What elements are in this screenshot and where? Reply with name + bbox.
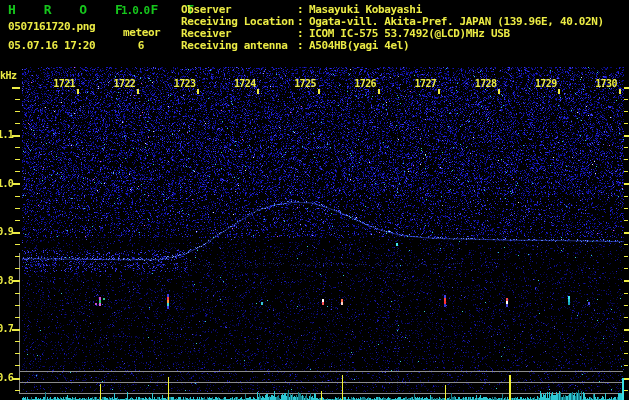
freq-tick-label: 0.6: [0, 372, 13, 383]
freq-tick-label: 1.1: [0, 129, 13, 140]
time-tick-label: 1722: [109, 78, 139, 89]
app-version: 1.0.0: [121, 4, 149, 17]
antenna-value: A504HB(yagi 4el): [309, 39, 409, 52]
freq-tick-label: 0.8: [0, 275, 13, 286]
hrofft-window: H R O F F T 1.0.0 0507161720.png meteor …: [0, 0, 629, 400]
time-tick-label: 1729: [531, 78, 561, 89]
time-tick-label: 1725: [290, 78, 320, 89]
app-title: H R O F F T: [8, 2, 204, 17]
location-row: Receiving Location : Ogata-vill. Akita-P…: [0, 15, 25, 27]
time-tick-label: 1730: [591, 78, 621, 89]
time-tick-label: 1727: [410, 78, 440, 89]
time-tick-label: 1724: [230, 78, 260, 89]
mode-label: meteor: [123, 26, 160, 39]
time-tick-label: 1726: [350, 78, 380, 89]
freq-tick-label: 0.9: [0, 226, 13, 237]
receiver-row: Receiver : ICOM IC-575 53.7492(@LCD)MHz …: [0, 27, 25, 39]
time-tick-label: 1721: [49, 78, 79, 89]
observer-row: Observer : Masayuki Kobayashi: [0, 3, 25, 15]
antenna-row: Receiving antenna : A504HB(yagi 4el): [0, 39, 25, 51]
freq-tick-label: 1.0: [0, 178, 13, 189]
freq-axis-unit-label: kHz: [0, 70, 17, 81]
antenna-key: Receiving antenna: [181, 39, 288, 52]
time-tick-label: 1728: [471, 78, 501, 89]
meteor-count: 6: [130, 39, 152, 52]
time-tick-label: 1723: [170, 78, 200, 89]
colon: :: [297, 39, 303, 52]
spectrogram-canvas: [0, 0, 629, 400]
freq-tick-label: 0.7: [0, 323, 13, 334]
